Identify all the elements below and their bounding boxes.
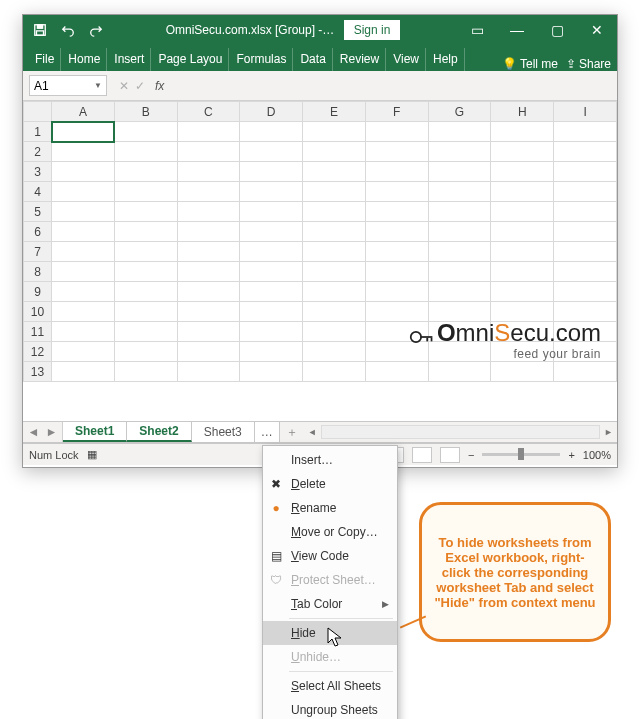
cell[interactable] xyxy=(428,162,491,182)
col-header[interactable]: D xyxy=(240,102,303,122)
zoom-in-button[interactable]: + xyxy=(568,449,574,461)
close-icon[interactable]: ✕ xyxy=(577,15,617,45)
cell[interactable] xyxy=(177,142,240,162)
cell[interactable] xyxy=(554,342,617,362)
row-header[interactable]: 2 xyxy=(24,142,52,162)
tab-view[interactable]: View xyxy=(387,48,426,71)
cell[interactable] xyxy=(428,302,491,322)
chevron-down-icon[interactable]: ▼ xyxy=(94,81,102,90)
cell[interactable] xyxy=(240,142,303,162)
share-button[interactable]: ⇪ Share xyxy=(566,57,611,71)
ctx-move-copy[interactable]: Move or Copy… xyxy=(263,520,397,544)
cell[interactable] xyxy=(365,182,428,202)
cell[interactable] xyxy=(365,362,428,382)
cell[interactable] xyxy=(365,122,428,142)
cell[interactable] xyxy=(303,122,366,142)
cell[interactable] xyxy=(114,142,177,162)
enter-icon[interactable]: ✓ xyxy=(135,79,145,93)
cell[interactable] xyxy=(554,142,617,162)
tab-file[interactable]: File xyxy=(29,48,61,71)
zoom-slider[interactable] xyxy=(482,453,560,456)
formula-input[interactable] xyxy=(168,76,611,96)
cell[interactable] xyxy=(491,122,554,142)
cell[interactable] xyxy=(554,262,617,282)
row-header[interactable]: 9 xyxy=(24,282,52,302)
cell[interactable] xyxy=(52,142,115,162)
redo-icon[interactable] xyxy=(83,17,109,43)
cell[interactable] xyxy=(52,242,115,262)
cell[interactable] xyxy=(240,162,303,182)
cell[interactable] xyxy=(240,262,303,282)
cell-a1[interactable] xyxy=(52,122,115,142)
cell[interactable] xyxy=(428,122,491,142)
cell[interactable] xyxy=(428,262,491,282)
cell[interactable] xyxy=(52,222,115,242)
cell[interactable] xyxy=(554,242,617,262)
zoom-level[interactable]: 100% xyxy=(583,449,611,461)
cell[interactable] xyxy=(491,342,554,362)
cell[interactable] xyxy=(491,202,554,222)
cancel-icon[interactable]: ✕ xyxy=(119,79,129,93)
row-header[interactable]: 12 xyxy=(24,342,52,362)
cell[interactable] xyxy=(52,202,115,222)
minimize-icon[interactable]: — xyxy=(497,15,537,45)
ctx-insert[interactable]: Insert… xyxy=(263,448,397,472)
view-pagebreak-icon[interactable] xyxy=(440,447,460,463)
cell[interactable] xyxy=(240,322,303,342)
signin-button[interactable]: Sign in xyxy=(344,20,401,40)
scroll-track[interactable] xyxy=(321,425,600,439)
ctx-ungroup-sheets[interactable]: Ungroup Sheets xyxy=(263,698,397,719)
save-icon[interactable] xyxy=(27,17,53,43)
cell[interactable] xyxy=(303,202,366,222)
cell[interactable] xyxy=(365,202,428,222)
cell[interactable] xyxy=(52,162,115,182)
cell[interactable] xyxy=(303,182,366,202)
sheet-tab-ellipsis[interactable]: … xyxy=(255,422,280,442)
col-header[interactable]: I xyxy=(554,102,617,122)
row-header[interactable]: 7 xyxy=(24,242,52,262)
col-header[interactable]: E xyxy=(303,102,366,122)
col-header[interactable]: B xyxy=(114,102,177,122)
cell[interactable] xyxy=(554,182,617,202)
cell[interactable] xyxy=(428,342,491,362)
cell[interactable] xyxy=(240,222,303,242)
tab-formulas[interactable]: Formulas xyxy=(230,48,293,71)
ctx-hide[interactable]: Hide xyxy=(263,621,397,645)
cell[interactable] xyxy=(303,142,366,162)
cell[interactable] xyxy=(554,362,617,382)
cell[interactable] xyxy=(177,282,240,302)
cell[interactable] xyxy=(52,182,115,202)
worksheet-grid[interactable]: A B C D E F G H I 1 2 3 4 5 6 7 8 9 10 1… xyxy=(23,101,617,421)
cell[interactable] xyxy=(428,362,491,382)
cell[interactable] xyxy=(365,282,428,302)
cell[interactable] xyxy=(52,362,115,382)
cell[interactable] xyxy=(240,342,303,362)
new-sheet-button[interactable]: ＋ xyxy=(280,422,304,442)
cell[interactable] xyxy=(240,242,303,262)
cell[interactable] xyxy=(114,162,177,182)
cell[interactable] xyxy=(365,142,428,162)
tab-data[interactable]: Data xyxy=(294,48,332,71)
cell[interactable] xyxy=(177,302,240,322)
cell[interactable] xyxy=(365,302,428,322)
cell[interactable] xyxy=(114,222,177,242)
cell[interactable] xyxy=(114,322,177,342)
scroll-right-icon[interactable]: ► xyxy=(604,427,613,437)
tab-review[interactable]: Review xyxy=(334,48,386,71)
ctx-delete[interactable]: ✖Delete xyxy=(263,472,397,496)
sheet-tab-sheet2[interactable]: Sheet2 xyxy=(127,422,191,442)
cell[interactable] xyxy=(428,202,491,222)
row-header[interactable]: 4 xyxy=(24,182,52,202)
cell[interactable] xyxy=(114,262,177,282)
cell[interactable] xyxy=(52,342,115,362)
undo-icon[interactable] xyxy=(55,17,81,43)
cell[interactable] xyxy=(114,282,177,302)
tab-nav-prev-icon[interactable]: ◄ xyxy=(28,425,40,439)
cell[interactable] xyxy=(365,222,428,242)
cell[interactable] xyxy=(52,302,115,322)
cell[interactable] xyxy=(365,262,428,282)
col-header[interactable]: G xyxy=(428,102,491,122)
cell[interactable] xyxy=(491,162,554,182)
macro-record-icon[interactable]: ▦ xyxy=(87,448,97,461)
row-header[interactable]: 8 xyxy=(24,262,52,282)
